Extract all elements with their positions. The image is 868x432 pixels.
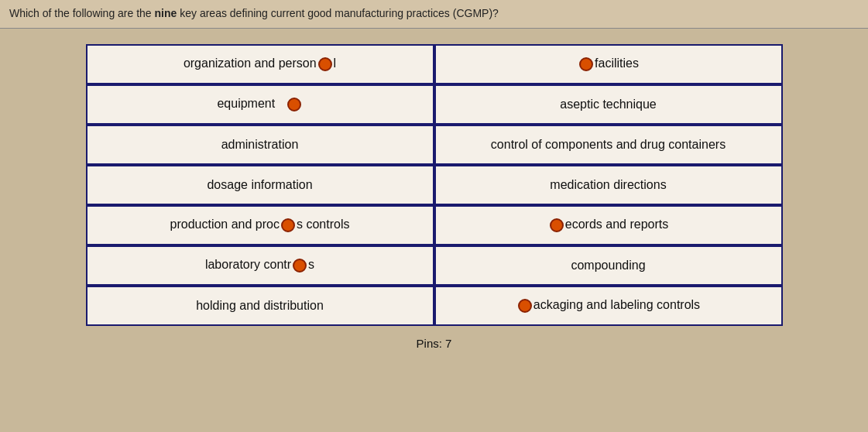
cell-holding-distribution[interactable]: holding and distribution <box>86 286 434 326</box>
cell-packaging-labeling[interactable]: ackaging and labeling controls <box>434 286 783 326</box>
pin-dot-process <box>281 218 295 232</box>
cell-administration[interactable]: administration <box>86 125 434 165</box>
pin-dot-packaging <box>518 299 532 313</box>
pin-dot-facilities <box>579 57 593 71</box>
pin-dot-equipment <box>287 98 301 111</box>
aseptic-technique-label: aseptic technique <box>560 98 657 111</box>
administration-label: administration <box>221 138 299 152</box>
cell-laboratory-controls[interactable]: laboratory contrs <box>86 245 434 286</box>
cell-dosage-info[interactable]: dosage information <box>86 165 434 205</box>
question-header: Which of the following are the nine key … <box>0 0 868 29</box>
dosage-info-label: dosage information <box>207 178 312 192</box>
cell-control-components[interactable]: control of components and drug container… <box>434 125 783 165</box>
question-highlight: nine <box>155 7 177 19</box>
question-text-before: Which of the following are the <box>9 7 155 19</box>
cell-medication-directions[interactable]: medication directions <box>434 165 783 205</box>
compounding-label: compounding <box>571 259 645 273</box>
cell-org-personnel[interactable]: organization and personl <box>86 44 434 84</box>
pin-dot-org <box>318 57 332 71</box>
main-content: organization and personl facilities equi… <box>0 29 868 358</box>
question-text-after: key areas defining current good manufact… <box>177 7 499 19</box>
answer-grid: organization and personl facilities equi… <box>86 44 783 326</box>
cell-aseptic-technique[interactable]: aseptic technique <box>434 84 783 125</box>
cell-records-reports[interactable]: ecords and reports <box>434 205 783 245</box>
cell-equipment[interactable]: equipment <box>86 84 434 125</box>
holding-distribution-label: holding and distribution <box>196 299 324 313</box>
cell-facilities[interactable]: facilities <box>434 44 783 84</box>
medication-directions-label: medication directions <box>550 178 666 192</box>
cell-production-process[interactable]: production and procs controls <box>86 205 434 245</box>
pin-dot-laboratory <box>293 259 307 273</box>
control-components-label: control of components and drug container… <box>491 138 726 152</box>
pins-count: Pins: 7 <box>417 337 452 350</box>
pin-dot-records <box>550 218 564 232</box>
cell-compounding[interactable]: compounding <box>434 245 783 286</box>
